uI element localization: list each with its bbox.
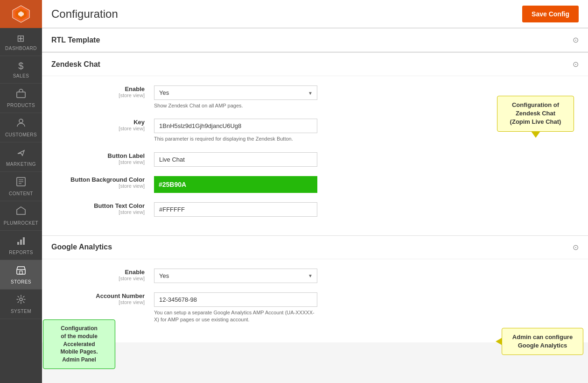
ga-enable-label: Enable [store view] xyxy=(51,269,154,281)
plumrocket-icon xyxy=(16,206,26,219)
zendesk-enable-label: Enable [store view] xyxy=(51,85,154,98)
zendesk-enable-select[interactable]: Yes No xyxy=(154,85,317,100)
zendesk-enable-select-wrapper: Yes No xyxy=(154,85,317,100)
sidebar-item-label: SALES xyxy=(13,73,29,78)
sidebar-item-label: PRODUCTS xyxy=(7,103,35,108)
zendesk-bg-color-input[interactable] xyxy=(154,176,317,193)
rtl-section-title: RTL Template xyxy=(51,36,100,44)
sidebar-item-content[interactable]: CONTENT xyxy=(0,172,42,201)
sidebar-item-reports[interactable]: REPORTS xyxy=(0,231,42,260)
zendesk-enable-hint: Show Zendesk Chat on all AMP pages. xyxy=(154,102,317,109)
zendesk-collapse-icon[interactable]: ⊙ xyxy=(573,60,579,69)
ga-section-header[interactable]: Google Analytics ⊙ xyxy=(42,236,588,259)
sidebar-item-plumrocket[interactable]: PLUMROCKET xyxy=(0,201,42,231)
zendesk-section-title: Zendesk Chat xyxy=(51,60,100,69)
sidebar-item-stores[interactable]: STORES xyxy=(0,260,42,290)
sidebar-item-sales[interactable]: $ SALES xyxy=(0,56,42,84)
page-title: Configuration xyxy=(51,7,118,21)
products-icon xyxy=(16,88,26,101)
sidebar: ⊞ DASHBOARD $ SALES PRODUCTS CUSTOMERS M… xyxy=(0,0,42,383)
svg-rect-14 xyxy=(20,271,22,274)
ga-enable-select[interactable]: Yes No xyxy=(154,269,317,283)
rtl-section-header[interactable]: RTL Template ⊙ xyxy=(42,28,588,52)
sidebar-item-label: STORES xyxy=(11,279,31,284)
ga-enable-row: Enable [store view] Yes No xyxy=(51,269,579,283)
zendesk-enable-control: Yes No Show Zendesk Chat on all AMP page… xyxy=(154,85,317,109)
zendesk-button-label-control xyxy=(154,152,317,167)
content-area: Configuration ofZendesk Chat(Zopim Live … xyxy=(42,28,588,383)
svg-point-15 xyxy=(20,298,22,301)
google-analytics-section: Google Analytics ⊙ Enable [store view] xyxy=(42,235,588,342)
zendesk-key-hint: This parameter is required for displayin… xyxy=(154,135,317,142)
zendesk-bg-color-label: Button Background Color [store view] xyxy=(51,176,154,189)
content-icon xyxy=(16,177,26,189)
rtl-template-section: RTL Template ⊙ xyxy=(42,28,588,52)
logo xyxy=(0,0,42,28)
save-config-button[interactable]: Save Config xyxy=(522,6,579,22)
ga-enable-select-wrapper: Yes No xyxy=(154,269,317,283)
ga-account-label: Account Number [store view] xyxy=(51,292,154,305)
zendesk-text-color-control xyxy=(154,202,317,217)
svg-marker-9 xyxy=(17,207,25,214)
zendesk-tooltip: Configuration ofZendesk Chat(Zopim Live … xyxy=(497,96,574,132)
sidebar-item-products[interactable]: PRODUCTS xyxy=(0,84,42,113)
svg-rect-11 xyxy=(20,240,22,245)
rtl-collapse-icon[interactable]: ⊙ xyxy=(573,35,579,44)
sidebar-item-label: PLUMROCKET xyxy=(4,220,38,226)
zendesk-text-color-label: Button Text Color [store view] xyxy=(51,202,154,215)
main-content: Configuration Save Config Configuration … xyxy=(42,0,588,383)
zendesk-text-color-row: Button Text Color [store view] xyxy=(51,202,579,217)
svg-rect-3 xyxy=(17,92,25,98)
zendesk-section-header[interactable]: Zendesk Chat ⊙ xyxy=(42,53,588,76)
sidebar-item-label: DASHBOARD xyxy=(5,46,37,51)
zendesk-key-label: Key [store view] xyxy=(51,119,154,131)
zendesk-button-label-label: Button Label [store view] xyxy=(51,152,154,165)
sidebar-item-label: CUSTOMERS xyxy=(5,132,37,137)
svg-rect-12 xyxy=(23,237,25,245)
ga-account-hint: You can setup a separate Google Analytic… xyxy=(154,309,317,324)
zendesk-button-label-input[interactable] xyxy=(154,152,317,167)
svg-rect-13 xyxy=(17,270,25,274)
zendesk-key-control: This parameter is required for displayin… xyxy=(154,119,317,142)
header: Configuration Save Config xyxy=(42,0,588,28)
sidebar-item-label: REPORTS xyxy=(9,250,33,255)
sidebar-item-label: SYSTEM xyxy=(11,309,31,314)
system-icon xyxy=(16,294,26,307)
zendesk-chat-section: Zendesk Chat ⊙ Enable [store view] xyxy=(42,52,588,235)
dashboard-icon: ⊞ xyxy=(17,33,25,44)
ga-enable-control: Yes No xyxy=(154,269,317,283)
analytics-tooltip: Admin can configureGoogle Analytics xyxy=(502,328,583,355)
sidebar-item-system[interactable]: SYSTEM xyxy=(0,290,42,319)
zendesk-button-label-row: Button Label [store view] xyxy=(51,152,579,167)
sidebar-item-marketing[interactable]: MARKETING xyxy=(0,142,42,172)
svg-rect-10 xyxy=(17,242,19,245)
sidebar-item-label: MARKETING xyxy=(6,162,36,167)
marketing-icon xyxy=(16,147,26,160)
zendesk-text-color-input[interactable] xyxy=(154,202,317,217)
module-tooltip: Configurationof the moduleAcceleratedMob… xyxy=(43,319,115,369)
sidebar-item-customers[interactable]: CUSTOMERS xyxy=(0,113,42,142)
ga-account-control: You can setup a separate Google Analytic… xyxy=(154,292,317,324)
customers-icon xyxy=(16,118,26,130)
svg-point-4 xyxy=(19,119,23,123)
ga-account-input[interactable] xyxy=(154,292,317,307)
sidebar-item-label: CONTENT xyxy=(9,191,33,196)
sales-icon: $ xyxy=(18,61,24,71)
ga-account-row: Account Number [store view] You can setu… xyxy=(51,292,579,324)
reports-icon xyxy=(16,235,26,248)
stores-icon xyxy=(16,265,26,277)
zendesk-key-input[interactable] xyxy=(154,119,317,133)
sidebar-item-dashboard[interactable]: ⊞ DASHBOARD xyxy=(0,28,42,56)
zendesk-bg-color-control xyxy=(154,176,317,193)
ga-section-title: Google Analytics xyxy=(51,243,112,251)
zendesk-bg-color-row: Button Background Color [store view] xyxy=(51,176,579,193)
ga-collapse-icon[interactable]: ⊙ xyxy=(573,243,579,252)
